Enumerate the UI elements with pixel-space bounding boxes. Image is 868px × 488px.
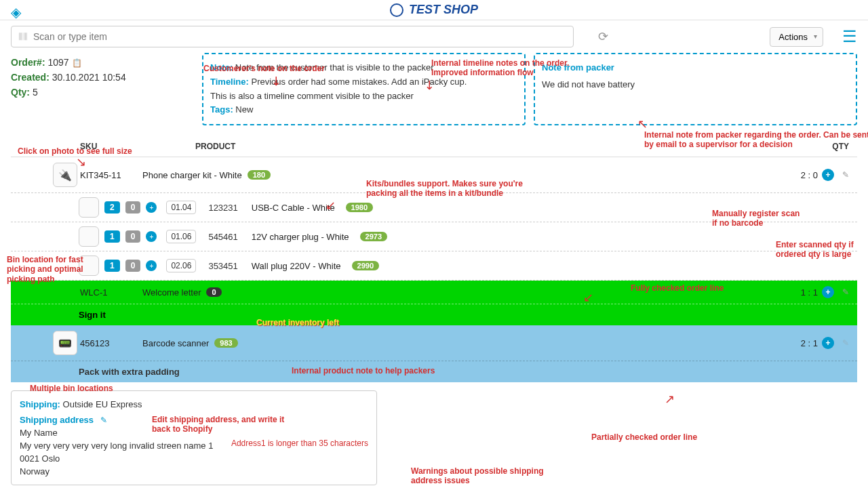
edit-address-icon[interactable]: ✎ xyxy=(100,415,107,425)
bin-location: 01.06 xyxy=(166,230,196,243)
sku-header: SKU xyxy=(80,142,195,151)
kit-row: 1 0 + 02.06 353451 Wall plug 220V - Whit… xyxy=(11,251,857,281)
menu-icon[interactable]: ☰ xyxy=(842,27,857,46)
qty-text: 2 : 0 xyxy=(801,170,818,180)
qty-text: 2 : 1 xyxy=(801,338,818,348)
product-thumb[interactable] xyxy=(79,226,99,247)
shop-title: TEST SHOP xyxy=(390,3,478,17)
qty-val: 5 xyxy=(33,87,38,98)
plus-button[interactable]: + xyxy=(146,231,157,242)
product-thumb[interactable]: 🔌 xyxy=(53,163,77,187)
logo-icon: ◈ xyxy=(11,4,21,20)
scanned-qty: 0 xyxy=(125,260,141,272)
barcode-icon: ⦀⦀ xyxy=(18,30,28,43)
app-header: ◈ TEST SHOP xyxy=(0,0,868,20)
addr-country: Norway xyxy=(20,466,368,476)
product-thumb[interactable] xyxy=(79,256,99,276)
scanned-qty: 0 xyxy=(125,201,141,214)
content-area: Order#: 1097📋 Created: 30.10.2021 10:54 … xyxy=(0,53,868,485)
timeline-text2: This is also a timeline comment visible … xyxy=(210,89,517,104)
toolbar: ⦀⦀ ⟳ Actions ☰ xyxy=(0,20,868,53)
packer-note-text: We did not have battery xyxy=(542,78,849,92)
kit-sku: 123231 xyxy=(208,203,237,213)
inventory-badge: 2990 xyxy=(352,261,379,270)
inventory-badge: 2973 xyxy=(360,232,387,241)
shipping-addr-title: Shipping address xyxy=(20,415,94,425)
edit-icon[interactable]: ✎ xyxy=(842,338,849,348)
row-sku: KIT345-11 xyxy=(80,170,134,180)
addr-name: My Name xyxy=(20,428,368,438)
ordered-qty: 1 xyxy=(104,230,120,243)
product-thumb[interactable] xyxy=(79,197,99,218)
row-sku: WLC-1 xyxy=(80,287,134,298)
kit-sku: 353451 xyxy=(208,261,237,271)
shop-name: TEST SHOP xyxy=(409,3,478,17)
plus-button[interactable]: + xyxy=(822,286,834,298)
plus-button[interactable]: + xyxy=(822,169,834,181)
timeline-label: Timeline: xyxy=(210,77,249,87)
search-wrap[interactable]: ⦀⦀ xyxy=(11,26,574,47)
row-sku: 456123 xyxy=(80,338,134,348)
inventory-badge: 0 xyxy=(206,287,221,297)
inventory-badge: 1980 xyxy=(346,203,373,212)
row-product: Welcome letter xyxy=(142,287,201,298)
product-note: Pack with extra padding xyxy=(11,361,857,382)
search-input[interactable] xyxy=(33,31,566,42)
shipping-method: Outside EU Express xyxy=(60,399,142,409)
actions-button[interactable]: Actions xyxy=(770,27,823,47)
packer-note-title: Note from packer xyxy=(542,61,849,75)
bin-location: 01.04 xyxy=(166,201,196,214)
packer-note-box: Note from packer We did not have battery xyxy=(534,53,857,125)
product-note: Sign it xyxy=(11,304,857,325)
scanned-qty: 0 xyxy=(125,230,141,243)
table-row-partial: 07.0401.03 📟 456123 Barcode scanner 983 … xyxy=(11,325,857,382)
product-thumb[interactable]: 📟 xyxy=(53,331,77,355)
refresh-icon[interactable]: ⟳ xyxy=(595,26,611,47)
address-warning: Address1 is longer than 35 characters xyxy=(231,439,368,448)
table-header: SKU PRODUCT QTY xyxy=(11,136,857,157)
edit-icon[interactable]: ✎ xyxy=(842,170,849,180)
created-label: Created: xyxy=(11,72,50,83)
shipping-box: Shipping: Outside EU Express Shipping ad… xyxy=(11,390,377,485)
addr-zip: 0021 Oslo xyxy=(20,453,368,464)
plus-button[interactable]: + xyxy=(822,337,834,349)
note-text: Note from the customer that is visible t… xyxy=(233,62,433,73)
row-product: Barcode scanner xyxy=(142,338,209,348)
customer-note-box: Note: Note from the customer that is vis… xyxy=(202,53,526,125)
ordered-qty: 1 xyxy=(104,260,120,272)
row-product: Phone charger kit - White xyxy=(142,170,242,180)
kit-sku: 545461 xyxy=(208,232,237,242)
qty-text: 1 : 1 xyxy=(801,287,818,298)
created-val: 30.10.2021 10:54 xyxy=(52,72,126,83)
inventory-badge: 983 xyxy=(214,338,237,348)
tags-text: New xyxy=(233,104,254,115)
kit-row: 1 0 + 01.06 545461 12V charger plug - Wh… xyxy=(11,222,857,251)
edit-icon[interactable]: ✎ xyxy=(842,287,849,297)
table-row-checked: 03.01 WLC-1 Welcome letter 0 1 : 1 + ✎ S… xyxy=(11,281,857,325)
kit-product: 12V charger plug - White xyxy=(252,232,349,242)
copy-icon[interactable]: 📋 xyxy=(72,58,82,68)
tags-label: Tags: xyxy=(210,104,233,115)
shipping-label: Shipping: xyxy=(20,399,60,409)
plus-button[interactable]: + xyxy=(146,260,157,271)
inventory-badge: 180 xyxy=(248,170,271,180)
kit-product: Wall plug 220V - White xyxy=(252,261,341,271)
bin-location: 02.06 xyxy=(166,259,196,272)
table-row: 🔌 KIT345-11 Phone charger kit - White 18… xyxy=(11,157,857,193)
plus-button[interactable]: + xyxy=(146,202,157,213)
kit-product: USB-C Cable - White xyxy=(252,203,335,213)
kit-row: 2 0 + 01.04 123231 USB-C Cable - White 1… xyxy=(11,193,857,222)
ordered-qty: 2 xyxy=(104,201,120,214)
order-info: Order#: 1097📋 Created: 30.10.2021 10:54 … xyxy=(11,57,194,98)
globe-icon xyxy=(390,3,403,17)
order-label: Order#: xyxy=(11,57,45,68)
product-header: PRODUCT xyxy=(195,142,795,151)
note-label: Note: xyxy=(210,62,233,73)
order-number: 1097 xyxy=(47,57,68,68)
qty-header: QTY xyxy=(795,142,849,151)
qty-label: Qty: xyxy=(11,87,30,98)
timeline-text: Previous order had some mistakes. Add an… xyxy=(249,77,467,87)
